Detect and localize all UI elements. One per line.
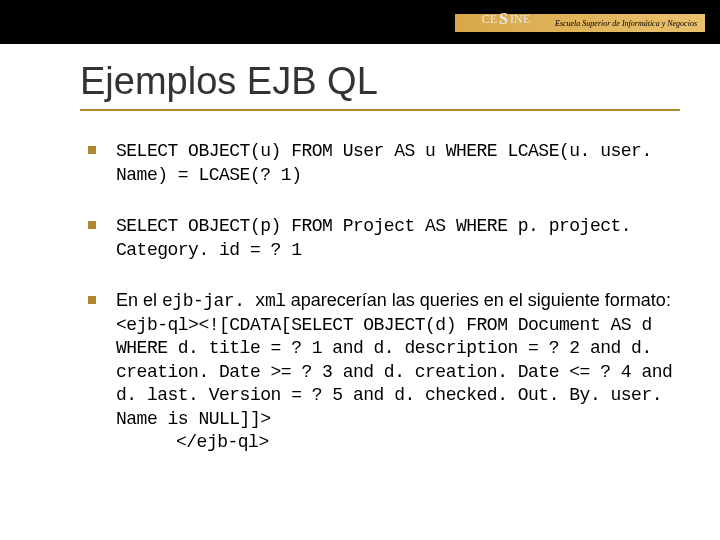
logo-part-big: S xyxy=(499,10,508,28)
slide-title: Ejemplos EJB QL xyxy=(80,60,680,111)
bullet-1: SELECT OBJECT(u) FROM User AS u WHERE LC… xyxy=(80,139,680,186)
logo-part-left: CE xyxy=(482,12,497,27)
bullet-list: SELECT OBJECT(u) FROM User AS u WHERE LC… xyxy=(80,139,680,454)
bullet-3-code-close: </ejb-ql> xyxy=(116,432,269,452)
bullet-3: En el ejb-jar. xml aparecerían las queri… xyxy=(80,289,680,454)
bullet-3-intro-mono: ejb-jar. xml xyxy=(162,291,286,311)
bullet-3-intro-1: En el xyxy=(116,290,162,310)
header-logo: CESINE xyxy=(482,10,530,28)
bullet-2: SELECT OBJECT(p) FROM Project AS WHERE p… xyxy=(80,214,680,261)
bullet-1-code: SELECT OBJECT(u) FROM User AS u WHERE LC… xyxy=(116,141,652,185)
bullet-2-code: SELECT OBJECT(p) FROM Project AS WHERE p… xyxy=(116,216,631,260)
bullet-3-code: <ejb-ql><![CDATA[SELECT OBJECT(d) FROM D… xyxy=(116,315,672,429)
header-bar: Escuela Superior de Informática y Negoci… xyxy=(0,0,720,44)
slide-content: Ejemplos EJB QL SELECT OBJECT(u) FROM Us… xyxy=(80,60,680,482)
logo-part-right: INE xyxy=(510,12,530,27)
header-stripe-text: Escuela Superior de Informática y Negoci… xyxy=(555,19,697,28)
bullet-3-intro-2: aparecerían las queries en el siguiente … xyxy=(286,290,671,310)
